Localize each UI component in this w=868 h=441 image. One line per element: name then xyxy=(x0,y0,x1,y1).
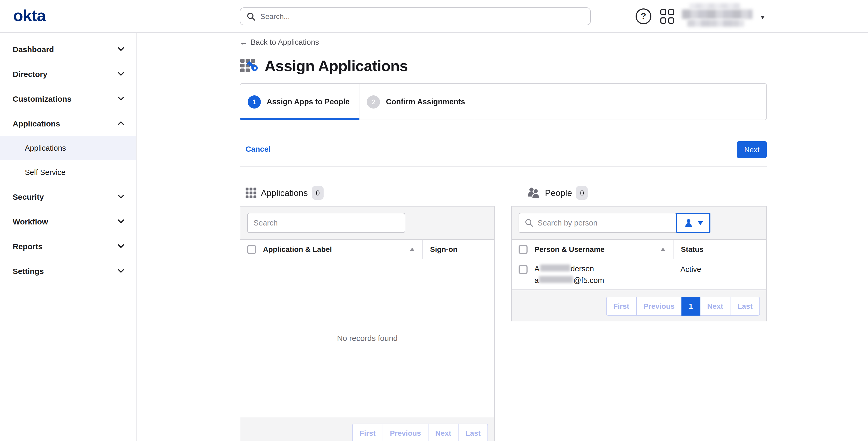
person-name: Adersen xyxy=(534,263,673,275)
sidebar-item-directory[interactable]: Directory xyxy=(0,62,136,86)
applications-panel: Application & Label Sign-on No records f… xyxy=(240,206,495,441)
sort-ascending-icon xyxy=(409,247,415,251)
okta-admin-screen: okta ? Dashboard Directory xyxy=(0,0,868,441)
person-row: Adersen a@f5.com Active xyxy=(512,259,766,290)
sidebar-item-security[interactable]: Security xyxy=(0,184,136,209)
person-username: a@f5.com xyxy=(534,275,673,286)
chevron-down-icon xyxy=(118,269,124,274)
person-row-checkbox[interactable] xyxy=(519,265,528,274)
pagination-current-page[interactable]: 1 xyxy=(681,296,701,316)
people-panel-title: People xyxy=(545,188,572,198)
people-search-area xyxy=(512,207,766,240)
cancel-button[interactable]: Cancel xyxy=(246,145,271,153)
chevron-down-icon xyxy=(118,72,124,76)
chevron-down-icon xyxy=(118,219,124,224)
okta-logo: okta xyxy=(13,6,46,25)
applications-search-input[interactable] xyxy=(253,219,399,227)
pagination-next-button[interactable]: Next xyxy=(428,423,459,441)
sidebar-item-dashboard[interactable]: Dashboard xyxy=(0,37,136,62)
people-panel-header: People 0 xyxy=(528,186,588,200)
sidebar-item-applications-applications[interactable]: Applications xyxy=(0,136,136,160)
status-value: Active xyxy=(680,265,701,274)
chevron-down-icon xyxy=(761,16,765,19)
application-label-column-header[interactable]: Application & Label xyxy=(263,245,422,253)
person-username-column-header[interactable]: Person & Username xyxy=(534,245,673,253)
step-assign-apps-to-people[interactable]: 1 Assign Apps to People xyxy=(240,84,360,120)
page-title-row: Assign Applications xyxy=(240,56,767,75)
applications-panel-header: Applications 0 xyxy=(246,186,323,200)
wizard-steps: 1 Assign Apps to People 2 Confirm Assign… xyxy=(240,83,767,120)
people-pagination: First Previous 1 Next Last xyxy=(606,296,760,316)
select-all-applications-checkbox[interactable] xyxy=(247,245,256,254)
help-icon[interactable]: ? xyxy=(636,8,651,24)
person-name-cell: Adersen a@f5.com xyxy=(534,259,673,289)
people-panel: Person & Username Status Adersen xyxy=(511,206,767,321)
people-count-badge: 0 xyxy=(576,186,588,200)
chevron-down-icon xyxy=(118,47,124,52)
applications-count-badge: 0 xyxy=(312,186,323,200)
blurred-text xyxy=(540,264,570,271)
sidebar-item-applications[interactable]: Applications xyxy=(0,111,136,136)
applications-empty-state: No records found xyxy=(240,259,494,417)
chevron-down-icon xyxy=(118,194,124,199)
pagination-previous-button[interactable]: Previous xyxy=(382,423,428,441)
select-all-people-checkbox[interactable] xyxy=(519,245,528,254)
main-content: ← Back to Applications xyxy=(136,33,868,441)
global-search-input[interactable] xyxy=(260,12,584,21)
applications-pagination: First Previous Next Last xyxy=(352,423,488,441)
user-name-blurred xyxy=(682,9,752,19)
page-title: Assign Applications xyxy=(265,57,408,74)
people-search-input[interactable] xyxy=(537,219,670,227)
people-icon xyxy=(528,187,541,199)
chevron-down-icon xyxy=(118,244,124,249)
pagination-next-button[interactable]: Next xyxy=(700,296,731,316)
pagination-last-button[interactable]: Last xyxy=(730,296,760,316)
pagination-first-button[interactable]: First xyxy=(606,296,637,316)
chevron-up-icon xyxy=(118,121,124,126)
app-launcher-icon[interactable] xyxy=(660,9,675,24)
people-table-header: Person & Username Status xyxy=(512,240,766,259)
search-icon xyxy=(247,12,256,21)
assignment-panels: Applications 0 Peo xyxy=(240,167,767,441)
top-bar: okta ? xyxy=(0,0,868,33)
step-confirm-assignments[interactable]: 2 Confirm Assignments xyxy=(360,84,475,120)
pagination-first-button[interactable]: First xyxy=(352,423,383,441)
assign-applications-icon xyxy=(240,56,260,75)
person-icon xyxy=(684,218,693,227)
applications-grid-icon xyxy=(246,187,257,198)
chevron-down-icon xyxy=(698,221,703,225)
people-search[interactable] xyxy=(519,213,677,233)
user-org-blurred xyxy=(687,20,744,27)
blurred-text xyxy=(539,276,573,283)
back-to-applications-link[interactable]: ← Back to Applications xyxy=(240,33,319,46)
user-name-blurred xyxy=(689,3,740,9)
pagination-previous-button[interactable]: Previous xyxy=(636,296,682,316)
people-table-footer: First Previous 1 Next Last xyxy=(512,290,766,321)
applications-search[interactable] xyxy=(247,213,405,233)
wizard-actions: Cancel Next xyxy=(240,141,767,158)
sidebar-item-self-service[interactable]: Self Service xyxy=(0,160,136,184)
sidebar-item-settings[interactable]: Settings xyxy=(0,259,136,283)
sidebar-item-customizations[interactable]: Customizations xyxy=(0,86,136,111)
applications-table-footer: First Previous Next Last xyxy=(240,417,494,441)
sidebar-item-reports[interactable]: Reports xyxy=(0,234,136,259)
next-button[interactable]: Next xyxy=(737,141,767,158)
sidebar-nav: Dashboard Directory Customizations Appli… xyxy=(0,33,136,441)
applications-search-area xyxy=(240,207,494,240)
person-status: Active xyxy=(673,259,766,289)
sort-ascending-icon xyxy=(660,247,665,251)
pagination-last-button[interactable]: Last xyxy=(458,423,488,441)
user-account-menu[interactable] xyxy=(680,2,765,31)
applications-panel-title: Applications xyxy=(261,188,308,198)
person-filter-dropdown[interactable] xyxy=(676,213,710,233)
search-icon xyxy=(525,219,533,227)
status-column-header: Status xyxy=(673,240,766,259)
applications-table-header: Application & Label Sign-on xyxy=(240,240,494,259)
back-arrow-icon: ← xyxy=(240,38,247,46)
chevron-down-icon xyxy=(118,96,124,101)
sidebar-item-workflow[interactable]: Workflow xyxy=(0,209,136,234)
sign-on-column-header: Sign-on xyxy=(422,240,494,259)
global-search[interactable] xyxy=(240,7,591,25)
